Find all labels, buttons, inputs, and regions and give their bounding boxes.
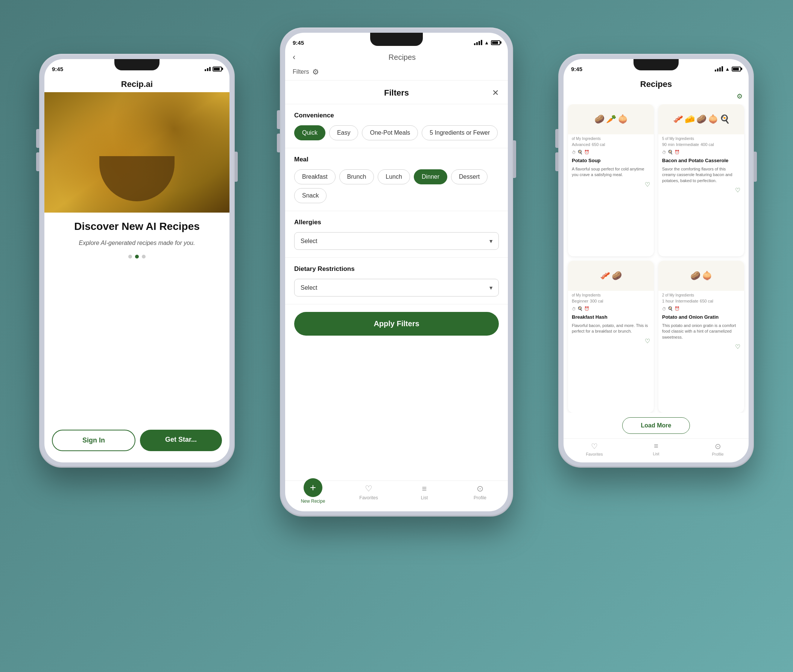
right-nav-list-icon: ≡: [654, 442, 658, 450]
center-signal-icon: [474, 40, 482, 45]
apply-filters-button[interactable]: Apply Filters: [294, 312, 499, 336]
recipe-3-favorite-icon[interactable]: ♡: [645, 338, 650, 345]
recipe-1-desc: A flavorful soup perfect for cold anytim…: [568, 165, 654, 179]
nav-new-recipe[interactable]: + New Recipe: [285, 484, 341, 504]
recipe-2-calories: 400 cal: [700, 142, 714, 147]
recipe-3-title: Breakfast Hash: [568, 314, 654, 321]
recipe-2-footer: ♡: [658, 185, 744, 194]
meal-section: Meal Breakfast Brunch Lunch Dinner Desse…: [285, 148, 508, 211]
recipe-2-difficulty: Intermediate: [676, 142, 699, 147]
discover-subtitle: Explore AI-generated recipes made for yo…: [56, 239, 218, 247]
recipe-card-2: 🥓 🧀 🥔 🧅 🍳 5 of My Ingredients 90 min Int…: [658, 104, 744, 256]
recipes-grid: 🥔 🥕 🧅 of My Ingredients Advanced 650 cal: [564, 104, 748, 413]
convenience-title: Convenience: [294, 112, 499, 119]
chip-one-pot[interactable]: One-Pot Meals: [362, 125, 418, 140]
recipe-1-pot-icon: 🍳: [577, 150, 583, 155]
dietary-select[interactable]: Select Vegan Vegetarian Keto: [294, 279, 499, 296]
chip-snack[interactable]: Snack: [294, 188, 326, 203]
load-more-button[interactable]: Load More: [622, 417, 690, 434]
nav-list[interactable]: ≡ List: [396, 484, 452, 504]
modal-title: Filters: [305, 88, 488, 98]
getstarted-button[interactable]: Get Star...: [140, 430, 222, 451]
recipe-3-emoji-1: 🥓: [600, 271, 610, 281]
chip-5-ingredients[interactable]: 5 Ingredients or Fewer: [422, 125, 498, 140]
chip-brunch[interactable]: Brunch: [339, 169, 374, 184]
filter-label: Filters: [293, 69, 309, 75]
right-signal-icon: [715, 66, 723, 72]
center-battery-icon: [491, 40, 500, 45]
convenience-section: Convenience Quick Easy One-Pot Meals 5 I…: [285, 104, 508, 148]
right-filter-row: ⚙: [564, 92, 748, 104]
recipe-3-timer-icon: ⏱: [572, 307, 576, 311]
left-phone-screen: 9:45 Recip.ai: [45, 59, 229, 462]
chip-easy[interactable]: Easy: [329, 125, 358, 140]
recipe-1-footer: ♡: [568, 179, 654, 188]
filter-adjust-icon[interactable]: ⚙: [312, 67, 319, 76]
right-phone: 9:45 ▲ Recipes: [558, 54, 754, 468]
recipe-2-title: Bacon and Potato Casserole: [658, 157, 744, 165]
recipe-1-favorite-icon[interactable]: ♡: [645, 181, 650, 188]
recipe-1-difficulty: Advanced: [572, 142, 590, 147]
recipe-2-clock-icon: ⏰: [675, 150, 680, 155]
center-phone-notch: [370, 33, 423, 46]
nav-profile-icon: ⊙: [476, 484, 483, 494]
dietary-select-arrow: ▼: [488, 285, 494, 291]
nav-list-icon: ≡: [422, 484, 427, 494]
recipe-4-time: 1 hour: [662, 299, 674, 303]
right-nav-profile[interactable]: ⊙ Profile: [687, 442, 748, 456]
allergies-select-arrow: ▼: [488, 238, 494, 244]
recipe-4-meta: 2 of My Ingredients: [658, 291, 744, 298]
recipe-2-meta: 5 of My Ingredients: [658, 134, 744, 141]
recipe-1-calories: 650 cal: [592, 142, 605, 147]
right-phone-screen: 9:45 ▲ Recipes: [564, 59, 748, 462]
allergies-title: Allergies: [294, 219, 499, 226]
allergies-select-wrapper: Select Nuts Dairy Gluten ▼: [294, 232, 499, 250]
chip-dessert[interactable]: Dessert: [451, 169, 488, 184]
recipe-2-emoji-1: 🥓: [673, 114, 683, 124]
right-filter-icon[interactable]: ⚙: [737, 92, 743, 101]
recipe-4-favorite-icon[interactable]: ♡: [735, 343, 740, 350]
right-nav-list[interactable]: ≡ List: [625, 442, 687, 456]
right-nav-heart-icon: ♡: [591, 442, 598, 451]
recipe-3-calories: 300 cal: [590, 299, 603, 303]
recipes-nav: ‹ Recipes: [285, 49, 508, 65]
meal-chips: Breakfast Brunch Lunch Dinner Dessert Sn…: [294, 169, 499, 203]
recipe-1-emoji-3: 🧅: [618, 114, 628, 124]
recipe-card-2-image: 🥓 🧀 🥔 🧅 🍳: [658, 104, 744, 134]
recipe-2-info: 90 min Intermediate 400 cal: [658, 141, 744, 147]
nav-favorites-label: Favorites: [359, 495, 378, 501]
recipe-4-icons: ⏱ 🍳 ⏰: [658, 306, 744, 312]
chip-breakfast[interactable]: Breakfast: [294, 169, 336, 184]
signin-button[interactable]: Sign In: [52, 430, 136, 451]
right-nav-favorites[interactable]: ♡ Favorites: [564, 442, 625, 456]
recipe-4-footer: ♡: [658, 342, 744, 350]
recipe-1-meta: of My Ingredients: [568, 134, 654, 141]
back-button[interactable]: ‹: [293, 52, 304, 62]
center-phone: 9:45 ▲ ‹: [280, 27, 513, 517]
recipe-card-4-image: 🥔 🧅: [658, 261, 744, 291]
nav-list-label: List: [421, 495, 428, 501]
nav-favorites[interactable]: ♡ Favorites: [341, 484, 396, 504]
nav-profile[interactable]: ⊙ Profile: [452, 484, 508, 504]
allergies-select[interactable]: Select Nuts Dairy Gluten: [294, 232, 499, 250]
dietary-title: Dietary Restrictions: [294, 265, 499, 273]
chip-lunch[interactable]: Lunch: [378, 169, 410, 184]
close-button[interactable]: ✕: [488, 88, 499, 98]
right-nav-favorites-label: Favorites: [586, 452, 603, 456]
recipe-2-pot-icon: 🍳: [668, 150, 673, 155]
recipe-1-timer-icon: ⏱: [572, 150, 576, 155]
nav-heart-icon: ♡: [365, 484, 373, 494]
chip-quick[interactable]: Quick: [294, 125, 325, 140]
chip-dinner[interactable]: Dinner: [414, 169, 447, 184]
nav-plus-icon[interactable]: +: [304, 478, 322, 497]
recipe-1-ingredients: of My Ingredients: [572, 137, 650, 141]
right-phone-notch: [633, 59, 679, 70]
right-nav-list-label: List: [653, 451, 659, 456]
recipe-4-difficulty: Intermediate: [675, 299, 698, 303]
recipe-2-favorite-icon[interactable]: ♡: [735, 187, 740, 194]
recipe-4-title: Potato and Onion Gratin: [658, 314, 744, 321]
nav-new-recipe-label: New Recipe: [301, 499, 325, 504]
center-time: 9:45: [293, 40, 304, 46]
recipe-2-icons: ⏱ 🍳 ⏰: [658, 149, 744, 155]
recipe-3-desc: Flavorful bacon, potato, and more. This …: [568, 321, 654, 336]
